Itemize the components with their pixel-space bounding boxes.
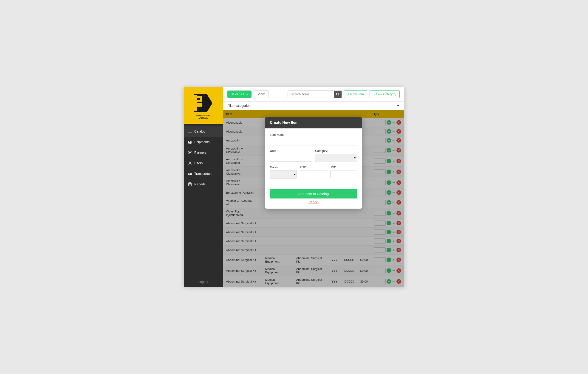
main-content: Select Kit ▼ View + New Item + New Categ…	[223, 87, 404, 287]
chevron-down-icon: ▼	[246, 93, 248, 96]
new-category-button[interactable]: + New Category	[369, 90, 400, 98]
svg-point-13	[190, 151, 191, 152]
sidebar-item-catalog-label: Catalog	[194, 129, 205, 133]
modal-body: Item Name: Unit: Category:	[265, 128, 362, 187]
category-label: Category:	[315, 149, 357, 152]
irc-logo	[192, 92, 215, 115]
sidebar-item-shipments[interactable]: Shipments	[184, 137, 223, 147]
modal-title: Create New Item	[270, 121, 299, 125]
transporters-icon	[188, 171, 192, 176]
modal-header: Create New Item	[265, 117, 362, 128]
usd-group: USD:	[300, 166, 327, 179]
partners-icon	[188, 150, 192, 155]
svg-marker-16	[191, 173, 191, 175]
modal-overlay: Create New Item Item Name: Unit:	[223, 110, 404, 287]
sidebar-item-users-label: Users	[194, 161, 203, 165]
jod-input[interactable]	[330, 170, 357, 178]
svg-rect-8	[188, 133, 191, 133]
svg-point-12	[189, 151, 190, 152]
svg-point-17	[189, 175, 189, 175]
item-name-label: Item Name:	[270, 133, 357, 137]
search-icon	[336, 93, 339, 96]
svg-rect-6	[188, 131, 191, 131]
svg-rect-15	[188, 173, 191, 175]
svg-line-24	[338, 95, 339, 96]
sidebar-item-transporters-label: Transporters	[194, 172, 212, 175]
create-item-modal: Create New Item Item Name: Unit:	[265, 117, 362, 209]
reports-icon	[188, 182, 192, 186]
donor-price-row: Donor: USD: JOD:	[270, 166, 357, 182]
shipments-icon	[188, 140, 192, 144]
search-button[interactable]	[334, 91, 342, 98]
filter-chevron-icon[interactable]: ▼	[397, 104, 400, 107]
item-name-input[interactable]	[270, 138, 357, 145]
item-name-group: Item Name:	[270, 133, 357, 145]
table-container: Item ↕ Qty Albendazole	[223, 110, 404, 287]
cancel-button[interactable]: Cancel	[308, 200, 319, 204]
category-select[interactable]	[315, 154, 357, 162]
catalog-icon	[188, 129, 192, 133]
filter-label: Filter categories:	[227, 104, 251, 107]
category-group: Category:	[315, 149, 357, 162]
sidebar-nav: Catalog Shipments	[184, 124, 223, 277]
svg-rect-7	[188, 132, 191, 132]
svg-point-23	[336, 93, 338, 95]
unit-category-row: Unit: Category:	[270, 149, 357, 166]
add-item-button[interactable]: Add Item to Catalog	[270, 189, 357, 199]
svg-point-18	[191, 175, 191, 175]
search-input[interactable]	[288, 91, 334, 98]
donor-select[interactable]	[270, 170, 297, 179]
sidebar-item-reports-label: Reports	[194, 182, 206, 186]
sidebar-item-users[interactable]: Users	[184, 158, 223, 168]
svg-rect-5	[188, 130, 190, 130]
modal-actions: Add Item to Catalog Cancel	[265, 187, 362, 209]
sidebar-item-partners[interactable]: Partners	[184, 147, 223, 158]
donor-label: Donor:	[270, 166, 297, 169]
sidebar-item-partners-label: Partners	[194, 151, 207, 154]
select-kit-button[interactable]: Select Kit ▼	[227, 91, 252, 98]
jod-label: JOD:	[330, 166, 357, 169]
jod-group: JOD:	[330, 166, 357, 179]
sidebar-item-transporters[interactable]: Transporters	[184, 168, 223, 179]
logout-button[interactable]: Logout	[184, 277, 223, 287]
sidebar-item-catalog[interactable]: Catalog	[184, 126, 223, 137]
users-icon	[188, 161, 192, 165]
filter-bar: Filter categories: ▼	[223, 102, 404, 110]
toolbar: Select Kit ▼ View + New Item + New Categ…	[223, 87, 404, 102]
unit-group: Unit:	[270, 149, 312, 162]
donor-group: Donor:	[270, 166, 297, 179]
sidebar-item-reports[interactable]: Reports	[184, 179, 223, 190]
sidebar: INTERNATIONALRESCUECOMMITTEE Catalog	[184, 87, 223, 287]
unit-input[interactable]	[270, 154, 312, 161]
svg-rect-4	[194, 95, 197, 111]
usd-label: USD:	[300, 166, 327, 169]
logo-area: INTERNATIONALRESCUECOMMITTEE	[184, 87, 223, 124]
usd-input[interactable]	[300, 170, 327, 178]
svg-rect-11	[188, 141, 190, 143]
svg-point-14	[189, 162, 191, 163]
sidebar-item-shipments-label: Shipments	[194, 140, 210, 144]
unit-label: Unit:	[270, 149, 312, 152]
new-item-button[interactable]: + New Item	[344, 90, 367, 98]
search-box	[288, 90, 342, 98]
view-button[interactable]: View	[254, 90, 269, 98]
